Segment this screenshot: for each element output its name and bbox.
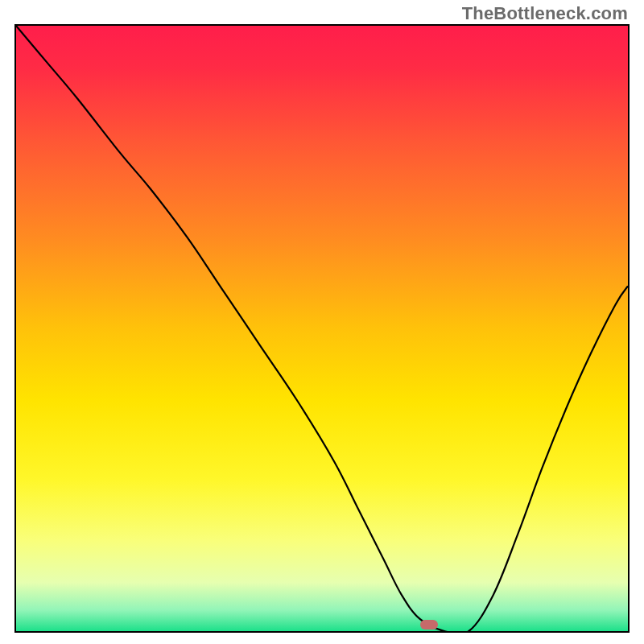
watermark-text: TheBottleneck.com xyxy=(462,3,628,24)
bottleneck-curve xyxy=(16,26,628,631)
curve-svg xyxy=(16,26,628,631)
optimal-point-marker xyxy=(420,620,438,630)
plot-frame xyxy=(14,24,630,633)
